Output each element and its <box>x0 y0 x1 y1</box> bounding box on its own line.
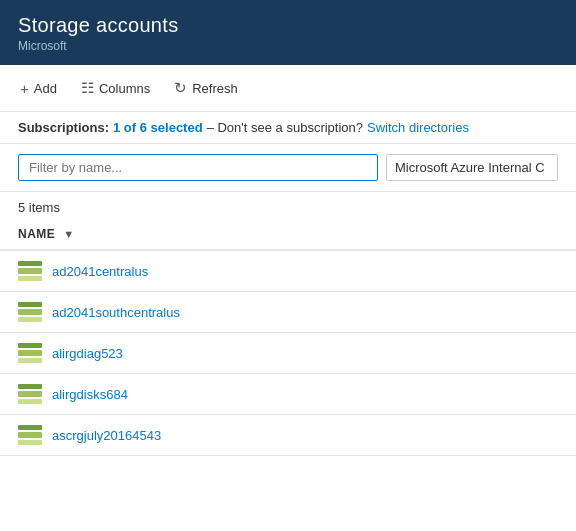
table-row[interactable]: alirgdisks684 <box>0 374 576 415</box>
subscriptions-label: Subscriptions: <box>18 120 109 135</box>
columns-button[interactable]: ☷ Columns <box>79 75 152 101</box>
name-column-header[interactable]: NAME ▼ <box>0 219 576 250</box>
storage-account-icon <box>18 261 42 281</box>
storage-account-icon <box>18 343 42 363</box>
storage-account-icon <box>18 384 42 404</box>
filter-row: Microsoft Azure Internal C <box>0 144 576 192</box>
sort-icon: ▼ <box>63 228 74 240</box>
storage-account-name[interactable]: alirgdiag523 <box>52 346 123 361</box>
storage-account-name[interactable]: ascrgjuly20164543 <box>52 428 161 443</box>
refresh-label: Refresh <box>192 81 238 96</box>
refresh-button[interactable]: ↻ Refresh <box>172 75 240 101</box>
storage-table: NAME ▼ ad2041centralusad2041southcentral… <box>0 219 576 456</box>
filter-input[interactable] <box>18 154 378 181</box>
storage-account-name[interactable]: ad2041centralus <box>52 264 148 279</box>
table-row[interactable]: alirgdiag523 <box>0 333 576 374</box>
columns-icon: ☷ <box>81 79 94 97</box>
page-header: Storage accounts Microsoft <box>0 0 576 65</box>
table-row[interactable]: ascrgjuly20164543 <box>0 415 576 456</box>
add-label: Add <box>34 81 57 96</box>
storage-account-name[interactable]: alirgdisks684 <box>52 387 128 402</box>
subscription-dropdown[interactable]: Microsoft Azure Internal C <box>386 154 558 181</box>
storage-account-name[interactable]: ad2041southcentralus <box>52 305 180 320</box>
add-button[interactable]: + Add <box>18 76 59 101</box>
subscriptions-selected: 1 of 6 selected <box>113 120 203 135</box>
refresh-icon: ↻ <box>174 79 187 97</box>
table-header-row: NAME ▼ <box>0 219 576 250</box>
table-row[interactable]: ad2041centralus <box>0 250 576 292</box>
subscriptions-separator: – Don't see a subscription? <box>207 120 363 135</box>
page-title: Storage accounts <box>18 14 558 37</box>
add-icon: + <box>20 80 29 97</box>
table-body: ad2041centralusad2041southcentralusalirg… <box>0 250 576 456</box>
toolbar: + Add ☷ Columns ↻ Refresh <box>0 65 576 112</box>
page-subtitle: Microsoft <box>18 39 558 53</box>
switch-directories-link[interactable]: Switch directories <box>367 120 469 135</box>
storage-account-icon <box>18 425 42 445</box>
table-row[interactable]: ad2041southcentralus <box>0 292 576 333</box>
items-count: 5 items <box>0 192 576 219</box>
subscriptions-bar: Subscriptions: 1 of 6 selected – Don't s… <box>0 112 576 144</box>
storage-account-icon <box>18 302 42 322</box>
columns-label: Columns <box>99 81 150 96</box>
